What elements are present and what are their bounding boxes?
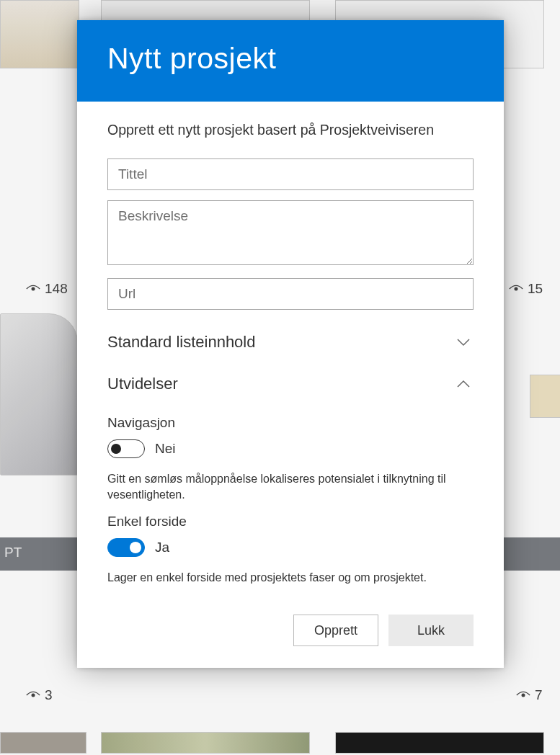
navigation-toggle-state: Nei: [155, 441, 176, 457]
gallery-tile[interactable]: [530, 375, 560, 418]
create-button[interactable]: Opprett: [293, 615, 378, 646]
svg-point-2: [32, 694, 35, 697]
chevron-down-icon: [456, 338, 471, 347]
eye-icon: [26, 690, 40, 700]
svg-point-3: [522, 694, 525, 697]
navigation-toggle-row: Nei: [107, 439, 474, 458]
description-textarea[interactable]: [107, 200, 474, 265]
svg-point-0: [32, 287, 35, 291]
view-count: 3: [26, 687, 53, 703]
view-count: 15: [509, 281, 543, 297]
gallery-tile[interactable]: [101, 732, 310, 754]
toggle-knob: [111, 444, 121, 454]
navigation-toggle[interactable]: [107, 439, 145, 458]
url-input[interactable]: [107, 278, 474, 310]
new-project-dialog: Nytt prosjekt Opprett ett nytt prosjekt …: [77, 20, 504, 668]
gallery-tile[interactable]: [101, 0, 310, 22]
svg-point-1: [515, 287, 518, 291]
section-label: Standard listeinnhold: [107, 333, 255, 352]
dialog-header: Nytt prosjekt: [77, 20, 504, 102]
eye-icon: [509, 284, 523, 294]
extensions-panel: Navigasjon Nei Gitt en sømløs måloppnåel…: [107, 403, 474, 586]
navigation-setting-label: Navigasjon: [107, 415, 474, 431]
section-standard-list-content[interactable]: Standard listeinnhold: [107, 320, 474, 362]
simple-front-help-text: Lager en enkel forside med prosjektets f…: [107, 570, 474, 586]
title-input[interactable]: [107, 158, 474, 190]
eye-icon: [516, 690, 530, 700]
gallery-tile[interactable]: [0, 0, 79, 68]
toggle-knob: [130, 542, 141, 553]
close-button[interactable]: Lukk: [388, 615, 474, 646]
dialog-intro: Opprett ett nytt prosjekt basert på Pros…: [107, 122, 474, 138]
section-extensions[interactable]: Utvidelser: [107, 362, 474, 403]
view-count: 148: [26, 281, 68, 297]
simple-front-toggle-row: Ja: [107, 538, 474, 557]
dialog-title: Nytt prosjekt: [107, 42, 474, 76]
chevron-up-icon: [456, 380, 471, 388]
gallery-tile[interactable]: [0, 732, 86, 754]
simple-front-toggle-state: Ja: [155, 540, 169, 555]
view-count: 7: [516, 687, 543, 703]
gallery-tile[interactable]: [335, 732, 544, 754]
eye-icon: [26, 284, 40, 294]
section-label: Utvidelser: [107, 375, 178, 393]
dialog-body: Opprett ett nytt prosjekt basert på Pros…: [77, 102, 504, 668]
simple-front-setting-label: Enkel forside: [107, 514, 474, 530]
dialog-button-row: Opprett Lukk: [107, 615, 474, 646]
navigation-help-text: Gitt en sømløs måloppnåelse lokaliseres …: [107, 471, 474, 504]
gallery-tile[interactable]: [0, 313, 78, 475]
simple-front-toggle[interactable]: [107, 538, 145, 557]
